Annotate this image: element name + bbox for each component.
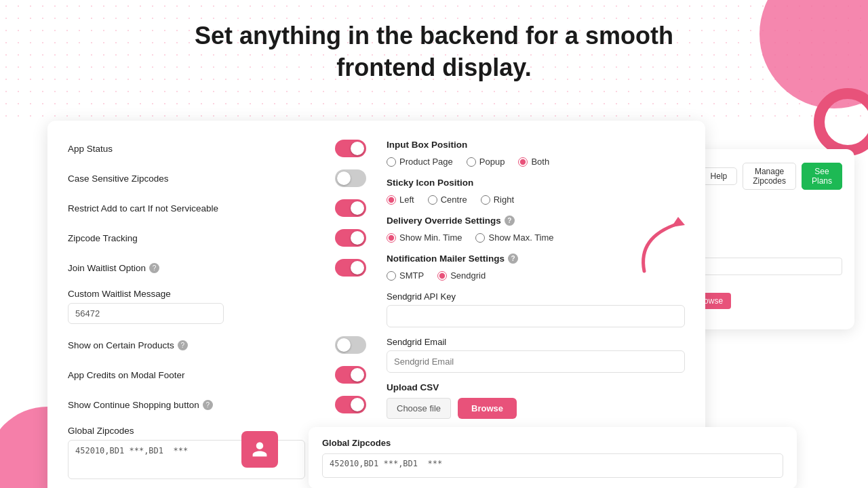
setting-join-waitlist: Join Waitlist Option ? (68, 259, 366, 277)
app-status-label: App Status (68, 144, 113, 154)
app-credits-toggle[interactable] (335, 366, 366, 384)
upload-row: Choose file Browse (387, 398, 685, 419)
show-certain-toggle[interactable] (335, 336, 366, 354)
setting-app-credits: App Credits on Modal Footer (68, 366, 366, 384)
case-sensitive-toggle[interactable] (335, 169, 366, 187)
user-icon (251, 441, 269, 458)
show-certain-help-icon[interactable]: ? (178, 340, 188, 350)
setting-restrict-add: Restrict Add to cart If not Serviceable (68, 199, 366, 217)
help-button[interactable]: Help (701, 167, 738, 185)
sendgrid-api-input[interactable] (387, 305, 685, 327)
upload-csv-section: Upload CSV Choose file Browse (387, 382, 685, 419)
restrict-add-label: Restrict Add to cart If not Serviceable (68, 203, 218, 214)
restrict-add-toggle[interactable] (335, 199, 366, 217)
setting-zipcode-tracking: Zipcode Tracking (68, 229, 366, 247)
see-plans-button[interactable]: See Plans (802, 163, 842, 190)
notification-mailer-help-icon[interactable]: ? (508, 253, 518, 264)
join-waitlist-toggle[interactable] (335, 259, 366, 277)
sendgrid-api-section: Sendgrid API Key (387, 291, 685, 327)
header: Set anything in the backend for a smooth… (0, 20, 868, 84)
input-box-position-group: Product Page Popup Both (387, 157, 685, 167)
bottom-card-label: Global Zipcodes (322, 438, 783, 448)
arrow-decoration (624, 210, 705, 294)
show-certain-label: Show on Certain Products ? (68, 340, 188, 350)
continue-shopping-label: Show Continue Shopping button ? (68, 400, 213, 410)
radio-right[interactable]: Right (481, 195, 514, 205)
sticky-icon-position-group: Left Centre Right (387, 195, 685, 205)
input-box-position-title: Input Box Position (387, 140, 685, 150)
header-title: Set anything in the backend for a smooth… (0, 20, 868, 84)
setting-continue-shopping: Show Continue Shopping button ? (68, 396, 366, 413)
sticky-icon-position-title: Sticky Icon Position (387, 178, 685, 188)
radio-sendgrid[interactable]: Sendgrid (437, 270, 486, 281)
zipcode-tracking-toggle[interactable] (335, 229, 366, 247)
radio-show-max-time[interactable]: Show Max. Time (475, 232, 553, 243)
custom-waitlist-input[interactable] (68, 303, 224, 324)
join-waitlist-label: Join Waitlist Option ? (68, 263, 159, 273)
custom-waitlist-label: Custom Waitlist Message (68, 289, 366, 299)
app-status-toggle[interactable] (335, 140, 366, 157)
bottom-card: Global Zipcodes 452010,BD1 ***,BD1 *** (309, 427, 797, 488)
custom-waitlist-section: Custom Waitlist Message (68, 289, 366, 324)
case-sensitive-label: Case Sensitive Zipcodes (68, 174, 169, 184)
browse-button[interactable]: Browse (458, 398, 517, 419)
choose-file-label: Choose file (387, 398, 451, 419)
svg-marker-0 (671, 217, 685, 227)
bottom-card-textarea[interactable]: 452010,BD1 ***,BD1 *** (322, 453, 783, 478)
setting-case-sensitive: Case Sensitive Zipcodes (68, 169, 366, 187)
sendgrid-email-section: Sendgrid Email (387, 337, 685, 373)
radio-popup[interactable]: Popup (467, 157, 505, 167)
manage-zipcodes-button[interactable]: Manage Zipcodes (743, 163, 796, 190)
bottom-card-row: 452010,BD1 ***,BD1 *** (322, 453, 783, 478)
join-waitlist-help-icon[interactable]: ? (149, 263, 159, 273)
radio-smtp[interactable]: SMTP (387, 270, 424, 281)
radio-show-min-time[interactable]: Show Min. Time (387, 232, 462, 243)
app-credits-label: App Credits on Modal Footer (68, 370, 185, 380)
continue-shopping-help-icon[interactable]: ? (203, 400, 213, 410)
user-button[interactable] (241, 431, 278, 468)
zipcode-tracking-label: Zipcode Tracking (68, 233, 138, 243)
radio-centre[interactable]: Centre (428, 195, 467, 205)
continue-shopping-toggle[interactable] (335, 396, 366, 413)
delivery-override-help-icon[interactable]: ? (505, 216, 515, 226)
radio-both[interactable]: Both (518, 157, 549, 167)
setting-show-certain: Show on Certain Products ? (68, 336, 366, 354)
setting-app-status: App Status (68, 140, 366, 157)
upload-csv-label: Upload CSV (387, 382, 685, 392)
sendgrid-email-input[interactable] (387, 350, 685, 373)
radio-left[interactable]: Left (387, 195, 414, 205)
radio-product-page[interactable]: Product Page (387, 157, 453, 167)
sendgrid-email-label: Sendgrid Email (387, 337, 685, 347)
